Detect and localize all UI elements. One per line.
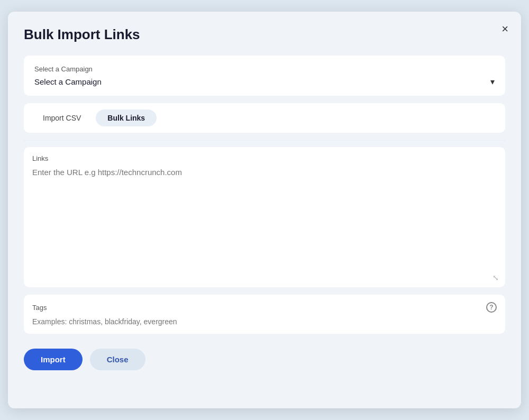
campaign-select-card: Select a Campaign Select a Campaign ▾	[24, 56, 505, 96]
modal-overlay: × Bulk Import Links Select a Campaign Se…	[0, 0, 529, 420]
info-icon[interactable]: ?	[486, 302, 497, 313]
tags-label: Tags	[32, 304, 47, 312]
links-card: Links ⤡	[24, 147, 505, 287]
links-label: Links	[32, 154, 497, 162]
modal-title: Bulk Import Links	[24, 26, 505, 43]
tab-bulk-links[interactable]: Bulk Links	[96, 109, 157, 126]
campaign-select-wrapper: Select a Campaign ▾	[34, 77, 495, 86]
tags-input[interactable]	[32, 317, 497, 326]
close-button[interactable]: Close	[90, 349, 145, 370]
campaign-select-label: Select a Campaign	[34, 65, 495, 73]
footer-actions: Import Close	[24, 349, 505, 370]
tags-label-row: Tags ?	[32, 302, 497, 313]
tab-import-csv[interactable]: Import CSV	[31, 109, 93, 126]
tabs-card: Import CSV Bulk Links	[24, 103, 505, 133]
import-button[interactable]: Import	[24, 349, 83, 370]
modal-close-button[interactable]: ×	[499, 21, 510, 37]
modal-container: × Bulk Import Links Select a Campaign Se…	[8, 12, 521, 408]
links-textarea[interactable]	[32, 167, 497, 278]
campaign-select[interactable]: Select a Campaign	[34, 77, 495, 86]
divider	[24, 140, 505, 141]
resize-icon: ⤡	[492, 273, 499, 282]
tags-card: Tags ?	[24, 295, 505, 334]
